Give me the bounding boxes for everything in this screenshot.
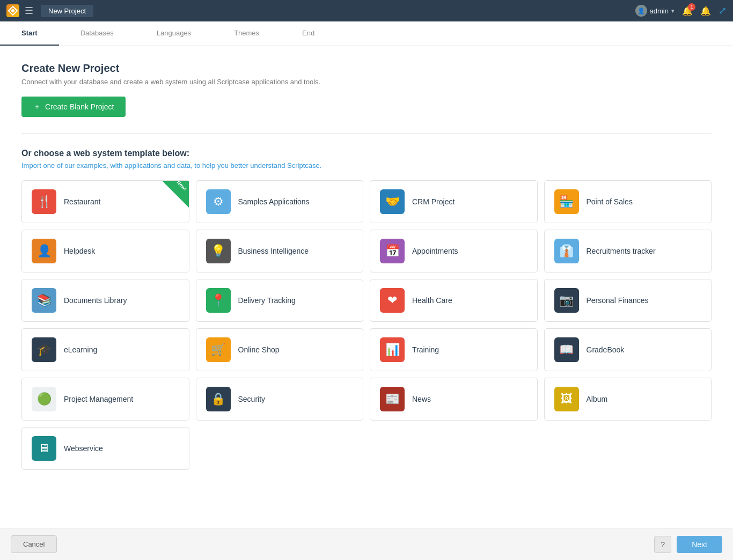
- template-name: Appointments: [412, 247, 458, 255]
- user-menu[interactable]: 👤 admin ▾: [635, 5, 675, 17]
- template-card-gradebook[interactable]: 📖GradeBook: [544, 328, 712, 371]
- template-icon-personal-finances: 📷: [554, 288, 579, 313]
- page-title: Create New Project: [21, 62, 712, 75]
- expand-button[interactable]: ⤢: [719, 5, 727, 17]
- topnav-right-section: 👤 admin ▾ 🔔 1 🔔 ⤢: [635, 5, 727, 17]
- tabs-bar: Start Databases Languages Themes End: [0, 21, 733, 46]
- help-button[interactable]: ?: [654, 536, 671, 553]
- user-name: admin: [650, 7, 669, 15]
- template-icon-business-intelligence: 💡: [206, 239, 231, 263]
- svg-point-1: [11, 9, 14, 12]
- template-name: Samples Applications: [238, 197, 310, 206]
- template-icon-samples-applications: ⚙: [206, 189, 231, 214]
- top-navigation: ☰ New Project 👤 admin ▾ 🔔 1 🔔 ⤢: [0, 0, 733, 21]
- template-card-samples-applications[interactable]: ⚙Samples Applications: [196, 180, 364, 223]
- template-icon-online-shop: 🛒: [206, 337, 231, 362]
- template-name: Health Care: [412, 296, 452, 305]
- template-card-security[interactable]: 🔒Security: [196, 378, 364, 421]
- template-name: Recruitments tracker: [587, 247, 656, 255]
- template-name: CRM Project: [412, 197, 455, 206]
- create-blank-project-button[interactable]: ＋ Create Blank Project: [21, 97, 126, 117]
- template-card-recruitments-tracker[interactable]: 👔Recruitments tracker: [544, 230, 712, 272]
- template-icon-webservice: 🖥: [32, 436, 56, 461]
- template-name: Documents Library: [64, 296, 127, 305]
- page-subtitle: Connect with your database and create a …: [21, 78, 712, 86]
- tab-languages[interactable]: Languages: [135, 21, 212, 46]
- template-icon-delivery-tracking: 📍: [206, 288, 231, 313]
- template-card-online-shop[interactable]: 🛒Online Shop: [196, 328, 364, 371]
- template-card-album[interactable]: 🖼Album: [544, 378, 712, 421]
- app-logo: [6, 4, 19, 17]
- hamburger-menu[interactable]: ☰: [25, 5, 33, 17]
- template-icon-crm-project: 🤝: [380, 189, 405, 214]
- template-icon-training: 📊: [380, 337, 405, 362]
- template-card-personal-finances[interactable]: 📷Personal Finances: [544, 279, 712, 322]
- template-name: Training: [412, 345, 439, 354]
- template-name: Business Intelligence: [238, 247, 309, 255]
- template-card-point-of-sales[interactable]: 🏪Point of Sales: [544, 180, 712, 223]
- tab-end[interactable]: End: [281, 21, 336, 46]
- template-icon-restaurant: 🍴: [32, 189, 56, 214]
- main-content: Create New Project Connect with your dat…: [0, 46, 733, 528]
- template-name: Album: [587, 395, 608, 403]
- template-card-webservice[interactable]: 🖥Webservice: [21, 427, 189, 470]
- template-card-health-care[interactable]: ❤Health Care: [370, 279, 538, 322]
- section-divider: [21, 133, 712, 134]
- template-name: eLearning: [64, 345, 97, 354]
- template-card-business-intelligence[interactable]: 💡Business Intelligence: [196, 230, 364, 272]
- template-name: GradeBook: [587, 345, 625, 354]
- template-section-title: Or choose a web system template below:: [21, 149, 712, 158]
- template-name: Online Shop: [238, 345, 280, 354]
- template-name: Security: [238, 395, 266, 403]
- notifications-button[interactable]: 🔔 1: [682, 6, 693, 16]
- template-icon-point-of-sales: 🏪: [554, 189, 579, 214]
- template-name: Delivery Tracking: [238, 296, 296, 305]
- tab-themes[interactable]: Themes: [212, 21, 281, 46]
- template-card-helpdesk[interactable]: 👤Helpdesk: [21, 230, 189, 272]
- user-avatar: 👤: [635, 5, 647, 17]
- templates-grid: New! 🍴Restaurant⚙Samples Applications🤝CR…: [21, 180, 712, 470]
- template-card-elearning[interactable]: 🎓eLearning: [21, 328, 189, 371]
- alert-icon: 🔔: [700, 6, 711, 16]
- plus-icon: ＋: [33, 102, 41, 112]
- template-name: Helpdesk: [64, 247, 95, 255]
- next-button[interactable]: Next: [677, 536, 722, 553]
- template-card-appointments[interactable]: 📅Appointments: [370, 230, 538, 272]
- template-name: Restaurant: [64, 197, 100, 206]
- project-title: New Project: [41, 5, 93, 17]
- cancel-button[interactable]: Cancel: [11, 535, 57, 553]
- user-dropdown-icon[interactable]: ▾: [671, 8, 675, 14]
- template-name: Project Management: [64, 395, 133, 403]
- tab-start[interactable]: Start: [0, 21, 59, 46]
- template-card-crm-project[interactable]: 🤝CRM Project: [370, 180, 538, 223]
- template-icon-album: 🖼: [554, 387, 579, 411]
- template-card-documents-library[interactable]: 📚Documents Library: [21, 279, 189, 322]
- template-name: Point of Sales: [587, 197, 633, 206]
- template-icon-recruitments-tracker: 👔: [554, 239, 579, 263]
- bottom-bar: Cancel ? Next: [0, 528, 733, 560]
- alerts-button[interactable]: 🔔: [700, 6, 711, 16]
- template-card-delivery-tracking[interactable]: 📍Delivery Tracking: [196, 279, 364, 322]
- template-icon-helpdesk: 👤: [32, 239, 56, 263]
- template-card-restaurant[interactable]: New! 🍴Restaurant: [21, 180, 189, 223]
- template-card-project-management[interactable]: 🟢Project Management: [21, 378, 189, 421]
- template-name: News: [412, 395, 431, 403]
- template-icon-appointments: 📅: [380, 239, 405, 263]
- template-card-training[interactable]: 📊Training: [370, 328, 538, 371]
- bottom-right-actions: ? Next: [654, 536, 722, 553]
- template-icon-project-management: 🟢: [32, 387, 56, 411]
- template-section-subtitle: Import one of our examples, with applica…: [21, 161, 712, 170]
- template-icon-security: 🔒: [206, 387, 231, 411]
- template-name: Personal Finances: [587, 296, 649, 305]
- template-icon-news: 📰: [380, 387, 405, 411]
- tab-databases[interactable]: Databases: [59, 21, 135, 46]
- template-icon-gradebook: 📖: [554, 337, 579, 362]
- template-card-news[interactable]: 📰News: [370, 378, 538, 421]
- notification-badge: 1: [688, 3, 695, 11]
- template-name: Webservice: [64, 444, 103, 453]
- template-icon-elearning: 🎓: [32, 337, 56, 362]
- template-icon-documents-library: 📚: [32, 288, 56, 313]
- create-btn-label: Create Blank Project: [45, 102, 114, 111]
- template-icon-health-care: ❤: [380, 288, 405, 313]
